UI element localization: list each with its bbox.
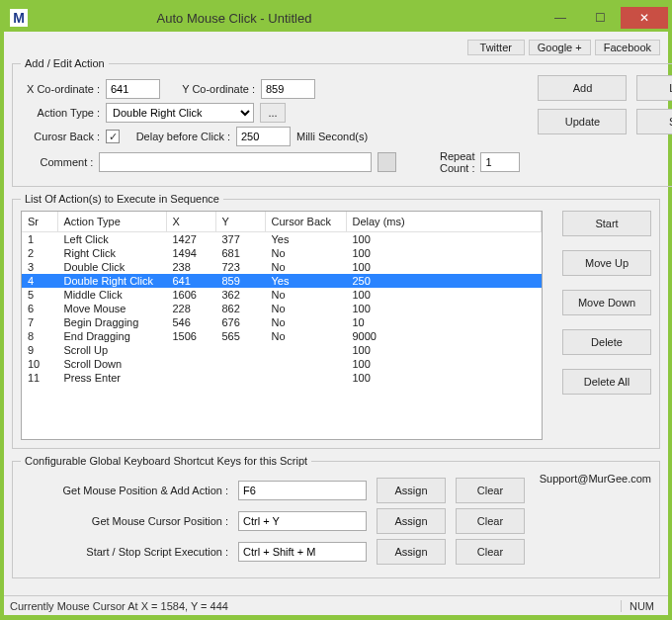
support-link[interactable]: Support@MurGee.com [540,473,651,485]
add-edit-legend: Add / Edit Action [21,57,109,69]
table-header-row: Sr Action Type X Y Cursor Back Delay (ms… [22,212,542,231]
table-row[interactable]: 7Begin Dragging546676No10 [22,315,542,329]
add-button[interactable]: Add [538,75,627,101]
close-button[interactable]: ✕ [621,7,668,29]
col-cursor-back[interactable]: Cursor Back [265,212,346,231]
load-button[interactable]: Load [636,75,672,101]
clear-button[interactable]: Clear [456,539,525,565]
action-list-legend: List Of Action(s) to Execute in Sequence [21,193,223,205]
table-row[interactable]: 3Double Click238723No100 [22,260,542,274]
comment-input[interactable] [99,152,372,172]
clear-button[interactable]: Clear [456,508,525,534]
table-row[interactable]: 1Left Click1427377Yes100 [22,231,542,246]
repeat-count-label: Repeat Count : [408,150,475,174]
shortcut-input-2[interactable] [238,542,367,562]
move-up-button[interactable]: Move Up [562,250,651,276]
delay-input[interactable] [236,127,291,146]
comment-label: Comment : [21,156,93,168]
shortcut-input-0[interactable] [238,481,367,500]
shortcuts-legend: Configurable Global Keyboard Shortcut Ke… [21,455,311,467]
assign-button[interactable]: Assign [377,508,446,534]
assign-button[interactable]: Assign [377,478,446,503]
googleplus-button[interactable]: Google + [529,40,591,55]
y-coord-label: Y Co-ordinate : [166,83,255,95]
maximize-button[interactable]: ☐ [581,7,619,29]
action-type-select[interactable]: Double Right Click [106,103,254,123]
col-action-type[interactable]: Action Type [57,212,166,231]
shortcut-row: Start / Stop Script Execution :AssignCle… [21,539,651,565]
cursor-position-status: Currently Mouse Cursor At X = 1584, Y = … [10,600,228,612]
app-window: M Auto Mouse Click - Untitled — ☐ ✕ Twit… [0,0,672,620]
table-row[interactable]: 11Press Enter100 [22,371,542,385]
move-down-button[interactable]: Move Down [562,290,651,315]
table-row[interactable]: 5Middle Click1606362No100 [22,288,542,302]
social-links: Twitter Google + Facebook [12,40,660,55]
y-coord-input[interactable] [261,79,315,99]
clear-button[interactable]: Clear [456,478,525,503]
comment-color-button[interactable] [378,152,396,172]
repeat-count-input[interactable] [480,152,520,172]
assign-button[interactable]: Assign [377,539,446,565]
facebook-button[interactable]: Facebook [595,40,660,55]
action-list-group: List Of Action(s) to Execute in Sequence… [12,193,660,449]
delay-label: Delay before Click : [126,131,230,142]
client-area: Twitter Google + Facebook Add / Edit Act… [4,32,668,595]
shortcut-row: Get Mouse Position & Add Action :AssignC… [21,478,540,503]
action-type-label: Action Type : [21,107,100,119]
table-row[interactable]: 8End Dragging1506565No9000 [22,329,542,343]
action-table[interactable]: Sr Action Type X Y Cursor Back Delay (ms… [21,211,543,440]
x-coord-label: X Co-ordinate : [21,83,100,95]
save-button[interactable]: Save [636,109,672,134]
col-delay[interactable]: Delay (ms) [346,212,542,231]
col-x[interactable]: X [166,212,215,231]
delete-button[interactable]: Delete [562,329,651,355]
numlock-status: NUM [621,600,662,612]
update-button[interactable]: Update [538,109,627,134]
col-y[interactable]: Y [215,212,265,231]
twitter-button[interactable]: Twitter [467,40,525,55]
app-logo: M [10,9,28,27]
status-bar: Currently Mouse Cursor At X = 1584, Y = … [4,595,668,615]
shortcuts-group: Configurable Global Keyboard Shortcut Ke… [12,455,660,578]
action-type-more-button[interactable]: ... [260,103,286,123]
shortcut-input-1[interactable] [238,511,367,531]
table-row[interactable]: 10Scroll Down100 [22,357,542,371]
start-button[interactable]: Start [562,211,651,236]
table-row[interactable]: 2Right Click1494681No100 [22,246,542,260]
col-sr[interactable]: Sr [22,212,57,231]
minimize-button[interactable]: — [542,7,579,29]
window-title: Auto Mouse Click - Untitled [36,11,542,26]
shortcut-label: Get Mouse Position & Add Action : [21,485,228,496]
shortcut-row: Get Mouse Cursor Position :AssignClear [21,508,651,534]
delay-unit-label: Milli Second(s) [296,131,368,142]
cursor-back-checkbox[interactable]: ✓ [106,130,120,143]
table-row[interactable]: 9Scroll Up100 [22,343,542,357]
shortcut-label: Get Mouse Cursor Position : [21,515,228,527]
table-row[interactable]: 4Double Right Click641859Yes250 [22,274,542,288]
add-edit-action-group: Add / Edit Action X Co-ordinate : Y Co-o… [12,57,672,187]
table-row[interactable]: 6Move Mouse228862No100 [22,302,542,315]
titlebar[interactable]: M Auto Mouse Click - Untitled — ☐ ✕ [4,4,668,32]
delete-all-button[interactable]: Delete All [562,369,651,395]
cursor-back-label: Curosr Back : [21,131,100,142]
shortcut-label: Start / Stop Script Execution : [21,546,228,558]
x-coord-input[interactable] [106,79,160,99]
